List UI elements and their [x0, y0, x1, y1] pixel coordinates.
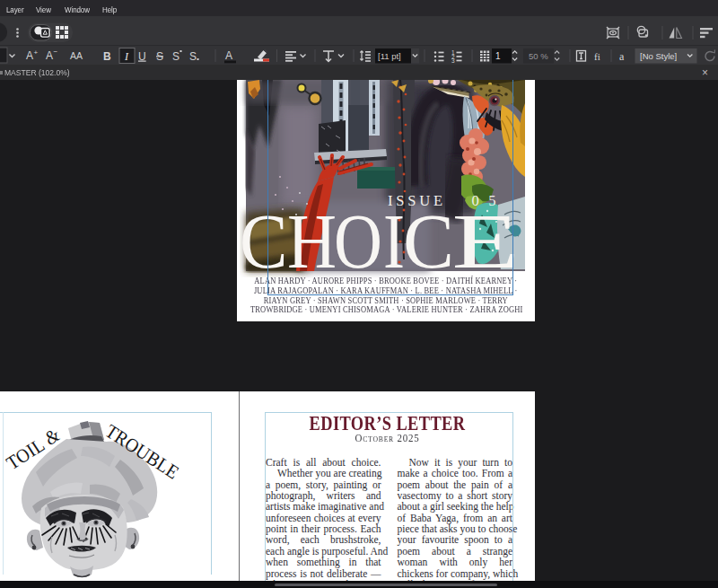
- svg-text:A: A: [26, 49, 33, 62]
- svg-text:50 %: 50 %: [529, 51, 548, 61]
- svg-text:A: A: [46, 49, 53, 62]
- svg-text:[No Style]: [No Style]: [640, 51, 677, 61]
- svg-text:+: +: [34, 48, 39, 57]
- svg-text:I: I: [383, 198, 405, 285]
- svg-text:S: S: [172, 50, 180, 63]
- svg-text:E: E: [452, 198, 520, 285]
- svg-text:3: 3: [451, 57, 455, 64]
- svg-text:C: C: [403, 198, 454, 285]
- svg-text:S: S: [156, 50, 163, 63]
- svg-text:fi: fi: [594, 51, 600, 62]
- svg-text:B: B: [103, 50, 111, 63]
- svg-text:U: U: [138, 50, 146, 63]
- svg-text:A: A: [225, 49, 232, 62]
- svg-text:1: 1: [495, 51, 501, 61]
- svg-text:S: S: [189, 50, 197, 63]
- svg-text:a: a: [619, 50, 625, 63]
- svg-text:[11 pt]: [11 pt]: [378, 51, 401, 61]
- svg-text:H: H: [287, 198, 337, 285]
- svg-text:O: O: [334, 198, 382, 285]
- svg-text:−: −: [54, 48, 58, 56]
- svg-text:AA: AA: [70, 50, 83, 61]
- svg-text:C: C: [240, 198, 288, 285]
